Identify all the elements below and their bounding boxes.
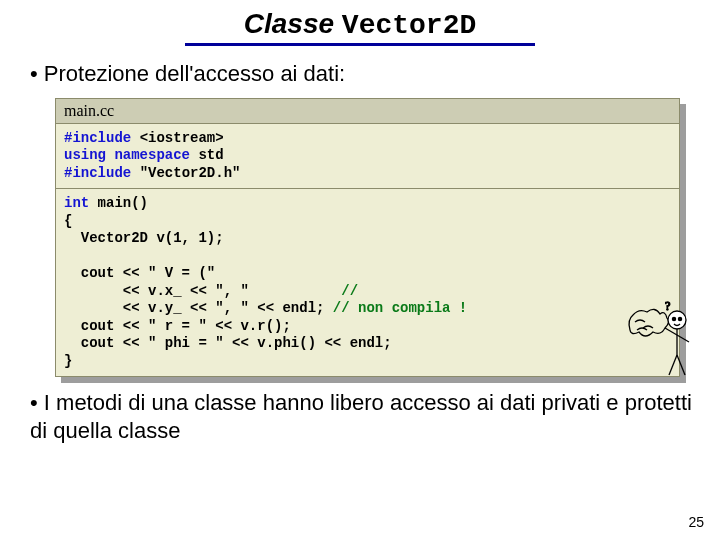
code-text: #include <iostream> using namespace std … — [64, 130, 671, 183]
page-number: 25 — [688, 514, 704, 530]
code-box: main.cc #include <iostream> using namesp… — [55, 98, 680, 378]
svg-line-5 — [677, 335, 689, 342]
title-mono: Vector2D — [342, 10, 476, 41]
bullet-bottom: I metodi di una classe hanno libero acce… — [0, 385, 720, 450]
slide-title: Classe Vector2D — [0, 0, 720, 41]
svg-line-6 — [669, 355, 677, 375]
code-text: int main() { Vector2D v(1, 1); cout << "… — [64, 195, 671, 370]
title-underline — [185, 43, 535, 46]
code-section-includes: #include <iostream> using namespace std … — [56, 124, 679, 190]
svg-text:?: ? — [665, 300, 670, 313]
title-prefix: Classe — [244, 8, 342, 39]
svg-point-1 — [672, 317, 675, 320]
svg-line-7 — [677, 355, 685, 375]
svg-point-2 — [678, 317, 681, 320]
code-block: main.cc #include <iostream> using namesp… — [55, 98, 680, 378]
bullet-top: Protezione dell'accesso ai dati: — [0, 56, 720, 94]
confused-character-icon: ? — [625, 300, 695, 390]
code-filename: main.cc — [56, 99, 679, 124]
code-section-main: int main() { Vector2D v(1, 1); cout << "… — [56, 189, 679, 376]
svg-point-0 — [668, 311, 686, 329]
